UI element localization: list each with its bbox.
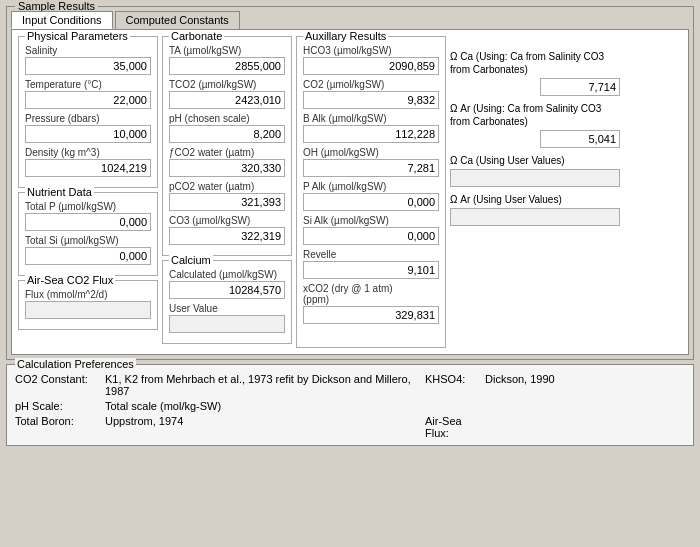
field-p-alk-input[interactable] — [303, 193, 439, 211]
omega-ar-user-block: Ω Ar (Using User Values) — [450, 193, 620, 226]
carbonate-group: Carbonate TA (µmol/kgSW) TCO2 (µmol/kgSW… — [162, 36, 292, 256]
calc-prefs-title: Calculation Preferences — [15, 358, 136, 370]
field-p-alk: P Alk (µmol/kgSW) — [303, 181, 439, 211]
field-co3-input[interactable] — [169, 227, 285, 245]
omega-ca-salinity-label: Ω Ca (Using: Ca from Salinity CO3 from C… — [450, 50, 620, 76]
field-ta: TA (µmol/kgSW) — [169, 45, 285, 75]
carbonate-fields: TA (µmol/kgSW) TCO2 (µmol/kgSW) pH (chos… — [169, 45, 285, 245]
col2: Carbonate TA (µmol/kgSW) TCO2 (µmol/kgSW… — [162, 36, 292, 348]
field-flux-label: Flux (mmol/m^2/d) — [25, 289, 151, 300]
field-ph: pH (chosen scale) — [169, 113, 285, 143]
field-total-p-label: Total P (µmol/kgSW) — [25, 201, 151, 212]
field-total-si: Total Si (µmol/kgSW) — [25, 235, 151, 265]
field-ca-calc-label: Calculated (µmol/kgSW) — [169, 269, 285, 280]
nutrient-data-group: Nutrient Data Total P (µmol/kgSW) Total … — [18, 192, 158, 276]
field-pco2-label: pCO2 water (µatm) — [169, 181, 285, 192]
field-ph-label: pH (chosen scale) — [169, 113, 285, 124]
field-b-alk-label: B Alk (µmol/kgSW) — [303, 113, 439, 124]
field-tco2-input[interactable] — [169, 91, 285, 109]
calc-key-khso4: KHSO4: — [425, 373, 485, 397]
field-total-p: Total P (µmol/kgSW) — [25, 201, 151, 231]
field-density: Density (kg m^3) — [25, 147, 151, 177]
field-fco2-input[interactable] — [169, 159, 285, 177]
calc-val-ph-2 — [485, 400, 625, 412]
field-xco2-input[interactable] — [303, 306, 439, 324]
col1: Physical Parameters Salinity Temperature… — [18, 36, 158, 348]
calc-val-boron: Uppstrom, 1974 — [105, 415, 425, 439]
field-salinity-input[interactable] — [25, 57, 151, 75]
field-pressure-input[interactable] — [25, 125, 151, 143]
field-pressure-label: Pressure (dbars) — [25, 113, 151, 124]
field-pco2-input[interactable] — [169, 193, 285, 211]
field-ca-user-input[interactable] — [169, 315, 285, 333]
calc-prefs-panel: Calculation Preferences CO2 Constant: K1… — [6, 364, 694, 446]
calc-row-2: Total Boron: Uppstrom, 1974 Air-Sea Flux… — [15, 415, 685, 439]
calc-key-co2: CO2 Constant: — [15, 373, 105, 397]
tab-content: Physical Parameters Salinity Temperature… — [11, 29, 689, 355]
field-salinity-label: Salinity — [25, 45, 151, 56]
field-ca-user: User Value — [169, 303, 285, 333]
field-ph-input[interactable] — [169, 125, 285, 143]
field-total-si-label: Total Si (µmol/kgSW) — [25, 235, 151, 246]
field-hco3-input[interactable] — [303, 57, 439, 75]
omega-results: Ω Ca (Using: Ca from Salinity CO3 from C… — [450, 36, 620, 226]
field-co2-label: CO2 (µmol/kgSW) — [303, 79, 439, 90]
field-tco2: TCO2 (µmol/kgSW) — [169, 79, 285, 109]
field-temperature-input[interactable] — [25, 91, 151, 109]
aux-results-group: Auxillary Results HCO3 (µmol/kgSW) CO2 (… — [296, 36, 446, 348]
calcium-fields: Calculated (µmol/kgSW) User Value — [169, 269, 285, 333]
field-fco2-label: ƒCO2 water (µatm) — [169, 147, 285, 158]
field-b-alk-input[interactable] — [303, 125, 439, 143]
tab-computed-constants[interactable]: Computed Constants — [115, 11, 240, 29]
nutrient-data-title: Nutrient Data — [25, 186, 94, 198]
aux-results-title: Auxillary Results — [303, 30, 388, 42]
field-salinity: Salinity — [25, 45, 151, 75]
field-b-alk: B Alk (µmol/kgSW) — [303, 113, 439, 143]
omega-ar-salinity-input[interactable] — [540, 130, 620, 148]
omega-ar-user-label: Ω Ar (Using User Values) — [450, 193, 620, 206]
field-temperature-label: Temperature (°C) — [25, 79, 151, 90]
nutrient-data-fields: Total P (µmol/kgSW) Total Si (µmol/kgSW) — [25, 201, 151, 265]
field-ca-calc-input[interactable] — [169, 281, 285, 299]
field-oh: OH (µmol/kgSW) — [303, 147, 439, 177]
sample-results-panel: Sample Results Input Conditions Computed… — [6, 6, 694, 360]
field-density-label: Density (kg m^3) — [25, 147, 151, 158]
air-sea-flux-group: Air-Sea CO2 Flux Flux (mmol/m^2/d) — [18, 280, 158, 330]
omega-ca-user-input[interactable] — [450, 169, 620, 187]
field-revelle-input[interactable] — [303, 261, 439, 279]
field-si-alk: Si Alk (µmol/kgSW) — [303, 215, 439, 245]
omega-ca-user-label: Ω Ca (Using User Values) — [450, 154, 620, 167]
field-density-input[interactable] — [25, 159, 151, 177]
field-si-alk-label: Si Alk (µmol/kgSW) — [303, 215, 439, 226]
tabs-bar: Input Conditions Computed Constants — [11, 11, 689, 29]
field-pco2: pCO2 water (µatm) — [169, 181, 285, 211]
field-p-alk-label: P Alk (µmol/kgSW) — [303, 181, 439, 192]
field-si-alk-input[interactable] — [303, 227, 439, 245]
field-ca-user-label: User Value — [169, 303, 285, 314]
main-grid: Physical Parameters Salinity Temperature… — [18, 36, 682, 348]
col4: Ω Ca (Using: Ca from Salinity CO3 from C… — [450, 36, 620, 348]
field-ca-calc: Calculated (µmol/kgSW) — [169, 269, 285, 299]
calc-key-ph-2 — [425, 400, 485, 412]
tab-input-conditions[interactable]: Input Conditions — [11, 11, 113, 29]
field-ta-input[interactable] — [169, 57, 285, 75]
field-total-si-input[interactable] — [25, 247, 151, 265]
omega-ar-user-input[interactable] — [450, 208, 620, 226]
field-oh-input[interactable] — [303, 159, 439, 177]
field-xco2: xCO2 (dry @ 1 atm)(ppm) — [303, 283, 439, 324]
calc-key-airsea: Air-Sea Flux: — [425, 415, 485, 439]
calc-val-khso4: Dickson, 1990 — [485, 373, 625, 397]
field-co2-input[interactable] — [303, 91, 439, 109]
carbonate-title: Carbonate — [169, 30, 224, 42]
calcium-title: Calcium — [169, 254, 213, 266]
field-total-p-input[interactable] — [25, 213, 151, 231]
omega-ca-salinity-input[interactable] — [540, 78, 620, 96]
physical-parameters-title: Physical Parameters — [25, 30, 130, 42]
physical-parameters-group: Physical Parameters Salinity Temperature… — [18, 36, 158, 188]
field-co2: CO2 (µmol/kgSW) — [303, 79, 439, 109]
omega-ar-salinity-block: Ω Ar (Using: Ca from Salinity CO3 from C… — [450, 102, 620, 148]
field-revelle: Revelle — [303, 249, 439, 279]
field-flux-input[interactable] — [25, 301, 151, 319]
calc-key-boron: Total Boron: — [15, 415, 105, 439]
air-sea-flux-fields: Flux (mmol/m^2/d) — [25, 289, 151, 319]
